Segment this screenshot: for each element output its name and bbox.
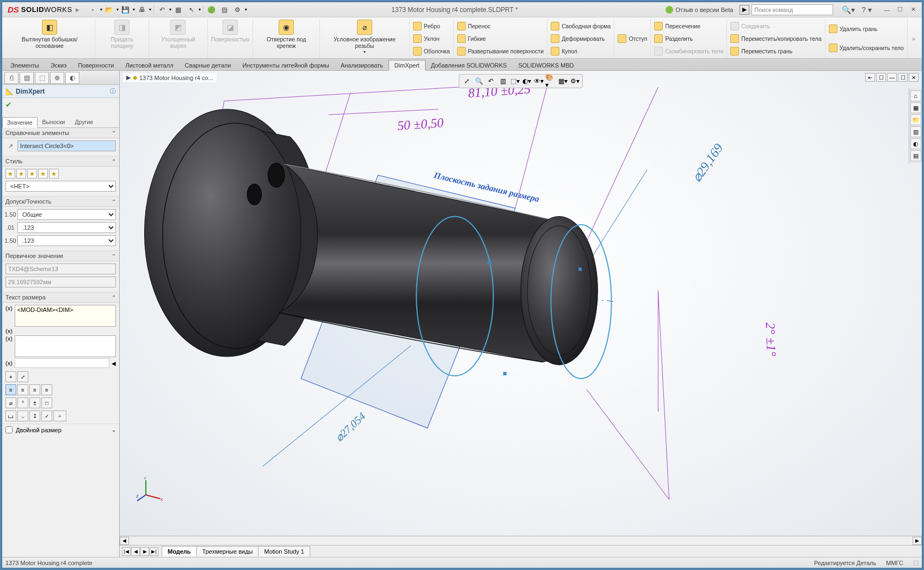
- command-tab[interactable]: DimXpert: [389, 60, 426, 71]
- vp-tile-icon[interactable]: ☐: [876, 73, 886, 82]
- symbol-cbore-btn[interactable]: ⌴: [5, 410, 16, 421]
- ribbon-small-item[interactable]: Оболочка: [411, 46, 452, 56]
- rebuild-icon[interactable]: ▦: [173, 4, 184, 16]
- command-tab[interactable]: Сварные детали: [179, 60, 237, 70]
- justify-btn[interactable]: ⤢: [17, 371, 28, 382]
- accept-button[interactable]: ✔: [2, 98, 119, 111]
- scroll-left-icon[interactable]: ◀: [112, 360, 116, 366]
- status-units[interactable]: ММГС: [886, 560, 903, 566]
- beta-feedback-button[interactable]: Отзыв о версии Beta: [662, 5, 736, 15]
- style-favorite-icon[interactable]: ★: [27, 169, 37, 179]
- rb-thread[interactable]: ⌀Условное изображение резьбы▾: [320, 19, 410, 58]
- tolerance-type-select[interactable]: Общие: [17, 209, 116, 220]
- ribbon-small-item[interactable]: Деформировать: [549, 34, 613, 44]
- command-tab[interactable]: Добавления SOLIDWORKS: [425, 60, 513, 70]
- vp-close-icon[interactable]: ✕: [909, 73, 919, 82]
- select-icon[interactable]: ↖: [186, 4, 198, 16]
- breadcrumb[interactable]: ▶ ◆ 1373 Motor Housing r4 co...: [123, 73, 217, 82]
- symbol-diameter-btn[interactable]: ⌀: [5, 397, 16, 408]
- command-tab[interactable]: SOLIDWORKS MBD: [512, 60, 580, 70]
- command-tab[interactable]: Инструменты литейной формы: [236, 60, 335, 70]
- bt-first-icon[interactable]: |◀: [122, 547, 131, 556]
- bottom-tab[interactable]: Модель: [162, 546, 197, 556]
- dim-text-header[interactable]: Текст размера⌃: [2, 292, 119, 303]
- orientation-triad[interactable]: Y X Z: [136, 476, 163, 503]
- ribbon-small-item[interactable]: Удалить/сохранить тело: [827, 43, 906, 53]
- search-icon[interactable]: 🔍▾: [840, 4, 857, 15]
- fm-display-tab-icon[interactable]: ◐: [65, 72, 79, 84]
- rb-hole-wizard[interactable]: ◉Отверстие под крепеж: [253, 19, 320, 58]
- view-palette-icon[interactable]: ▥: [910, 126, 921, 137]
- edit-appearance-icon[interactable]: 🎨▾: [545, 76, 556, 87]
- dual-dimension-checkbox[interactable]: [5, 426, 13, 433]
- command-tab[interactable]: Поверхности: [72, 60, 120, 70]
- status-custom-icon[interactable]: ⬚: [913, 559, 919, 566]
- vp-max-icon[interactable]: ☐: [898, 73, 908, 82]
- minimize-button[interactable]: —: [880, 5, 894, 15]
- print-icon[interactable]: 🖶: [136, 4, 148, 16]
- scroll-left-icon[interactable]: ◀: [120, 537, 129, 545]
- apply-scene-icon[interactable]: ▦▾: [557, 76, 568, 87]
- text-below2-icon[interactable]: (x): [5, 360, 13, 366]
- bottom-tab[interactable]: Motion Study 1: [258, 546, 310, 556]
- appearances-icon[interactable]: ◐: [910, 138, 921, 149]
- graphics-viewport[interactable]: 81,10 ±0,25 50 ±0,50 ⌀29,169 ⌀27,054 2° …: [120, 71, 922, 536]
- dim-text-lower-input[interactable]: [15, 335, 116, 357]
- ribbon-small-item[interactable]: Перенос: [455, 21, 546, 31]
- custom-props-icon[interactable]: ▤: [910, 150, 921, 161]
- hide-show-icon[interactable]: 👁▾: [533, 76, 544, 87]
- align-btn[interactable]: ≡: [41, 384, 52, 395]
- dim-text-upper-input[interactable]: <MOD-DIAM><DIM>: [15, 305, 116, 327]
- ribbon-small-item[interactable]: Отступ: [615, 34, 649, 44]
- expand-tree-icon[interactable]: ▶: [126, 74, 131, 81]
- tolerance-header[interactable]: Допуск/Точность⌃: [2, 197, 119, 207]
- prev-view-icon[interactable]: ↶: [485, 76, 496, 87]
- dim-label[interactable]: 2° ±1°: [763, 322, 779, 357]
- ribbon-small-item[interactable]: Ребро: [411, 21, 452, 31]
- search-commands-input[interactable]: Поиск команд: [751, 4, 833, 15]
- tolerance-prec1-select[interactable]: .123: [17, 222, 116, 233]
- text-below-icon[interactable]: (x): [5, 335, 13, 357]
- options-icon[interactable]: ▤: [219, 4, 231, 16]
- align-center-btn[interactable]: ≡: [17, 384, 28, 395]
- chevron-down-icon[interactable]: ⌄: [112, 427, 116, 433]
- display-style-icon[interactable]: ◐▾: [521, 76, 532, 87]
- command-tab[interactable]: Элементы: [4, 60, 45, 70]
- ribbon-small-item[interactable]: Пересечение: [652, 21, 725, 31]
- logo-chevron-icon[interactable]: ▶: [76, 7, 79, 13]
- zoom-fit-icon[interactable]: ⤢: [461, 76, 472, 87]
- settings-gear-icon[interactable]: ⚙: [232, 4, 244, 16]
- search-toggle-icon[interactable]: ▶: [740, 5, 749, 15]
- new-file-icon[interactable]: ▫: [87, 4, 99, 16]
- ribbon-small-item[interactable]: Развертывание поверхности: [455, 46, 546, 56]
- zoom-area-icon[interactable]: 🔍: [473, 76, 484, 87]
- primary-value-header[interactable]: Первичное значение⌃: [2, 251, 119, 261]
- view-settings-icon[interactable]: ⚙▾: [569, 76, 580, 87]
- style-favorite-icon[interactable]: ★: [5, 169, 15, 179]
- section-view-icon[interactable]: ▥: [497, 76, 508, 87]
- style-select[interactable]: <НЕТ>: [5, 181, 116, 192]
- open-file-icon[interactable]: 📂: [103, 4, 115, 16]
- bottom-tab[interactable]: Трехмерные виды: [196, 546, 259, 556]
- text-prefix-icon[interactable]: (x): [5, 305, 13, 327]
- save-icon[interactable]: 💾: [120, 4, 132, 16]
- command-tab[interactable]: Листовой металл: [119, 60, 179, 70]
- rb-extruded-boss[interactable]: ◧Вытянутая бобышка/основание: [4, 19, 95, 58]
- panel-subtab[interactable]: Выноски: [38, 117, 70, 127]
- ribbon-small-item[interactable]: Уклон: [411, 34, 452, 44]
- ribbon-small-item[interactable]: Гибкие: [455, 34, 546, 44]
- style-header[interactable]: Стиль⌃: [2, 156, 119, 167]
- align-right-btn[interactable]: ≡: [29, 384, 40, 395]
- fm-property-tab-icon[interactable]: ▤: [20, 72, 34, 84]
- fm-config-tab-icon[interactable]: ⬚: [35, 72, 49, 84]
- ref-selector-icon[interactable]: ↗: [5, 141, 15, 151]
- panel-help-icon[interactable]: ⓘ: [110, 87, 116, 95]
- style-favorite-icon[interactable]: ★: [49, 169, 59, 179]
- text-suffix-icon[interactable]: (x): [5, 328, 13, 334]
- command-tab[interactable]: Эскиз: [45, 60, 72, 70]
- align-left-btn[interactable]: ≡: [5, 384, 16, 395]
- file-explorer-icon[interactable]: 📁: [910, 114, 921, 125]
- symbol-more-btn[interactable]: ✓: [41, 410, 52, 421]
- ribbon-small-item[interactable]: Удалить грань: [827, 24, 906, 34]
- symbol-library-btn[interactable]: +: [53, 410, 66, 421]
